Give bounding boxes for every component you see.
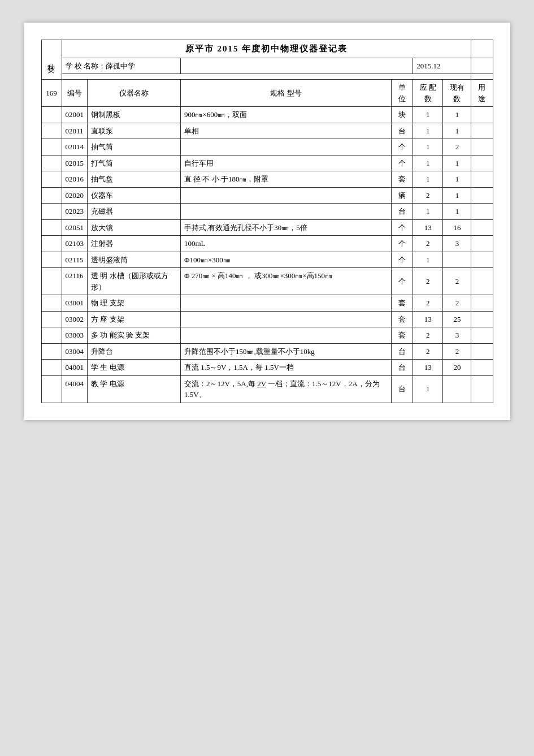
table-row: 03002 方 座 支架 套 13 25	[41, 311, 493, 327]
date-cell: 2015.12	[413, 58, 471, 74]
row-yingpei: 2	[413, 343, 443, 360]
row-biaohao: 02014	[62, 139, 88, 155]
row-xianyou: 1	[443, 171, 471, 188]
row-yingpei: 13	[413, 219, 443, 236]
row-serial	[41, 219, 62, 236]
row-serial	[41, 123, 62, 139]
row-guige: 100mL	[180, 236, 391, 252]
row-biaohao: 02116	[62, 268, 88, 295]
row-serial	[41, 204, 62, 220]
row-biaohao: 02020	[62, 187, 88, 204]
school-empty1	[180, 58, 413, 74]
row-yongtu	[471, 187, 493, 204]
row-xianyou: 16	[443, 219, 471, 236]
row-serial	[41, 236, 62, 252]
table-row: 02023 充磁器 台 1 1	[41, 204, 493, 220]
row-biaohao: 02016	[62, 171, 88, 188]
row-xianyou: 1	[443, 204, 471, 220]
row-yiqi: 方 座 支架	[88, 311, 181, 327]
row-yingpei: 2	[413, 295, 443, 312]
category-header: 种类	[41, 40, 62, 80]
row-biaohao: 02001	[62, 107, 88, 123]
divider-yongtu	[471, 74, 493, 80]
row-yingpei: 1	[413, 204, 443, 220]
row-xianyou: 20	[443, 360, 471, 376]
row-yingpei: 2	[413, 187, 443, 204]
col-header-guige: 规格 型号	[180, 80, 391, 107]
row-yiqi: 充磁器	[88, 204, 181, 220]
row-biaohao: 02015	[62, 155, 88, 171]
table-row: 02020 仪器车 辆 2 1	[41, 187, 493, 204]
row-xianyou	[443, 252, 471, 268]
row-yongtu	[471, 375, 493, 403]
row-biaohao: 03002	[62, 311, 88, 327]
row-danwei: 套	[392, 327, 413, 344]
row-yongtu	[471, 360, 493, 376]
row-yiqi: 钢制黑板	[88, 107, 181, 123]
row-yiqi: 教 学 电源	[88, 375, 181, 403]
row-xianyou: 2	[443, 343, 471, 360]
row-yingpei: 1	[413, 107, 443, 123]
row-yongtu	[471, 295, 493, 312]
table-row: 02115 透明盛液筒 Φ100㎜×300㎜ 个 1	[41, 252, 493, 268]
row-danwei: 块	[392, 107, 413, 123]
row-xianyou: 2	[443, 268, 471, 295]
row-yiqi: 抽气盘	[88, 171, 181, 188]
row-guige: 直 径 不 小 于180㎜，附罩	[180, 171, 391, 188]
col-header-biaohao: 编号	[62, 80, 88, 107]
row-guige: 交流：2～12V，5A,每 2V 一档；直流：1.5～12V，2A，分为 1.5…	[180, 375, 391, 403]
usage-header-top2	[471, 58, 493, 74]
row-guige	[180, 204, 391, 220]
row-xianyou: 1	[443, 107, 471, 123]
school-name-cell: 学 校 名称：薛孤中学	[62, 58, 180, 74]
main-page: 种类 原平市 2015 年度初中物理仪器登记表 学 校 名称：薛孤中学 2015…	[24, 23, 510, 420]
row-yiqi: 透明盛液筒	[88, 252, 181, 268]
row-xianyou: 3	[443, 327, 471, 344]
row-guige: 升降范围不小于150㎜,载重量不小于10kg	[180, 343, 391, 360]
row-danwei: 台	[392, 343, 413, 360]
row-serial	[41, 171, 62, 188]
row-danwei: 台	[392, 204, 413, 220]
col-header-xianyou: 现有数	[443, 80, 471, 107]
row-guige	[180, 187, 391, 204]
row-yongtu	[471, 343, 493, 360]
table-row: 02051 放大镜 手持式,有效通光孔径不小于30㎜，5倍 个 13 16	[41, 219, 493, 236]
row-guige: 900㎜×600㎜，双面	[180, 107, 391, 123]
row-danwei: 台	[392, 360, 413, 376]
row-yongtu	[471, 252, 493, 268]
row-yongtu	[471, 268, 493, 295]
row-xianyou: 1	[443, 187, 471, 204]
row-yongtu	[471, 107, 493, 123]
row-yiqi: 直联泵	[88, 123, 181, 139]
row-guige	[180, 327, 391, 344]
row-yingpei: 13	[413, 360, 443, 376]
row-danwei: 套	[392, 311, 413, 327]
row-yingpei: 1	[413, 171, 443, 188]
row-yiqi: 透 明 水槽（圆形或或方形）	[88, 268, 181, 295]
col-header-169: 169	[41, 80, 62, 107]
row-xianyou: 1	[443, 155, 471, 171]
row-danwei: 个	[392, 219, 413, 236]
row-serial	[41, 268, 62, 295]
row-biaohao: 03003	[62, 327, 88, 344]
row-guige	[180, 139, 391, 155]
row-biaohao: 02011	[62, 123, 88, 139]
row-biaohao: 02103	[62, 236, 88, 252]
row-biaohao: 02023	[62, 204, 88, 220]
registry-table: 种类 原平市 2015 年度初中物理仪器登记表 学 校 名称：薛孤中学 2015…	[41, 40, 493, 403]
row-guige: 自行车用	[180, 155, 391, 171]
row-danwei: 个	[392, 252, 413, 268]
row-guige: 手持式,有效通光孔径不小于30㎜，5倍	[180, 219, 391, 236]
table-row: 03004 升降台 升降范围不小于150㎜,载重量不小于10kg 台 2 2	[41, 343, 493, 360]
row-biaohao: 04001	[62, 360, 88, 376]
row-guige: Φ 270㎜ × 高140㎜ ， 或300㎜×300㎜×高150㎜	[180, 268, 391, 295]
row-yingpei: 1	[413, 252, 443, 268]
row-danwei: 个	[392, 236, 413, 252]
table-row: 03001 物 理 支架 套 2 2	[41, 295, 493, 312]
row-guige: Φ100㎜×300㎜	[180, 252, 391, 268]
row-danwei: 个	[392, 155, 413, 171]
row-serial	[41, 295, 62, 312]
row-yingpei: 2	[413, 327, 443, 344]
row-yongtu	[471, 139, 493, 155]
row-xianyou	[443, 375, 471, 403]
